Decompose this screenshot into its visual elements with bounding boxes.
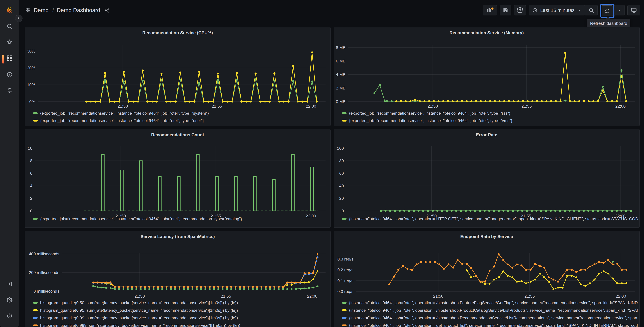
svg-text:0%: 0% xyxy=(30,100,35,104)
svg-text:0: 0 xyxy=(30,209,32,213)
svg-text:21:55: 21:55 xyxy=(524,294,535,298)
svg-text:21:55: 21:55 xyxy=(212,104,222,108)
svg-text:22:00: 22:00 xyxy=(306,104,316,108)
svg-text:400 milliseconds: 400 milliseconds xyxy=(29,252,59,256)
svg-text:22:00: 22:00 xyxy=(616,294,626,298)
svg-text:20: 20 xyxy=(339,196,344,200)
svg-text:80: 80 xyxy=(339,158,344,163)
svg-text:6: 6 xyxy=(30,171,32,176)
svg-text:60: 60 xyxy=(339,171,344,176)
svg-text:8 MB: 8 MB xyxy=(336,45,346,50)
svg-text:21:55: 21:55 xyxy=(221,294,231,298)
svg-text:4: 4 xyxy=(30,184,32,188)
svg-text:4 MB: 4 MB xyxy=(336,72,346,77)
svg-text:200 milliseconds: 200 milliseconds xyxy=(29,270,59,275)
svg-text:21:50: 21:50 xyxy=(134,294,145,298)
svg-text:0 MB: 0 MB xyxy=(336,100,346,104)
svg-text:21:50: 21:50 xyxy=(118,104,128,108)
svg-text:21:50: 21:50 xyxy=(433,294,444,298)
svg-text:0.0 req/s: 0.0 req/s xyxy=(338,289,354,294)
svg-text:10%: 10% xyxy=(27,82,35,87)
svg-text:0 milliseconds: 0 milliseconds xyxy=(34,289,59,294)
svg-text:10: 10 xyxy=(28,146,32,150)
svg-text:2: 2 xyxy=(30,196,32,200)
svg-text:0.1 req/s: 0.1 req/s xyxy=(338,278,354,283)
svg-text:100: 100 xyxy=(337,146,344,150)
svg-text:0.3 req/s: 0.3 req/s xyxy=(338,257,354,261)
svg-text:21:55: 21:55 xyxy=(522,104,532,108)
svg-text:21:50: 21:50 xyxy=(428,104,438,108)
svg-text:0: 0 xyxy=(342,209,344,213)
svg-text:2 MB: 2 MB xyxy=(336,86,346,90)
svg-text:20%: 20% xyxy=(27,66,35,70)
svg-text:22:00: 22:00 xyxy=(615,104,626,108)
svg-text:6 MB: 6 MB xyxy=(336,59,346,63)
svg-text:30%: 30% xyxy=(27,49,35,54)
svg-text:40: 40 xyxy=(339,184,344,188)
svg-text:0.2 req/s: 0.2 req/s xyxy=(338,268,354,272)
svg-text:8: 8 xyxy=(30,158,32,163)
svg-text:22:00: 22:00 xyxy=(307,294,317,298)
